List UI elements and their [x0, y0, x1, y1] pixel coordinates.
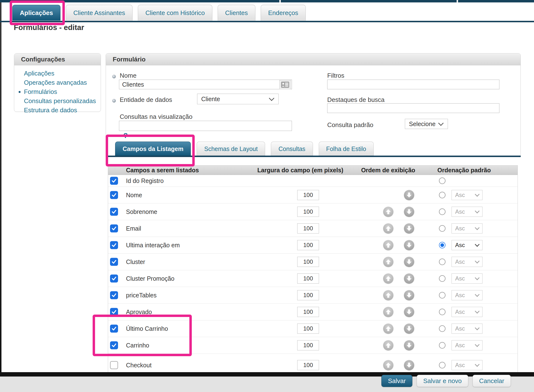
tab-cliente-assinantes[interactable]: Cliente Assinantes [66, 5, 133, 21]
salvar-e-novo-button[interactable]: Salvar e novo [417, 375, 468, 387]
row-checkbox[interactable] [110, 208, 118, 216]
tab-folha-de-estilo[interactable]: Folha de Estilo [319, 142, 374, 156]
tab-clientes[interactable]: Clientes [218, 5, 255, 21]
move-down-button[interactable] [404, 240, 414, 250]
width-input[interactable] [297, 324, 319, 334]
width-input[interactable] [297, 207, 319, 217]
sort-direction-select[interactable]: Asc [452, 307, 482, 317]
sort-direction-select[interactable]: Asc [452, 240, 482, 250]
move-up-button[interactable] [383, 307, 393, 317]
sidebar-item-formularios[interactable]: Formulários [24, 87, 101, 96]
default-sort-radio[interactable] [439, 275, 445, 282]
move-up-button[interactable] [383, 360, 393, 370]
table-row: AprovadoAsc [108, 303, 518, 320]
filtros-input[interactable] [327, 80, 499, 89]
tab-schemas-de-layout[interactable]: Schemas de Layout [197, 142, 265, 156]
default-sort-radio[interactable] [439, 309, 445, 315]
form-sub-tab-bar: Campos da Listagem Schemas de Layout Con… [115, 142, 374, 156]
row-checkbox[interactable] [110, 308, 118, 316]
default-sort-radio[interactable] [439, 362, 445, 369]
tab-campos-da-listagem[interactable]: Campos da Listagem [115, 142, 191, 156]
consulta-padrao-select[interactable]: Selecione [405, 119, 448, 129]
default-sort-radio[interactable] [439, 178, 445, 184]
sort-direction-select[interactable]: Asc [452, 290, 482, 300]
move-up-button[interactable] [383, 240, 393, 250]
salvar-button[interactable]: Salvar [381, 375, 412, 387]
row-checkbox[interactable] [110, 361, 118, 369]
sort-direction-select[interactable]: Asc [452, 324, 482, 334]
move-down-button[interactable] [404, 340, 414, 351]
row-checkbox[interactable] [110, 291, 118, 299]
default-sort-radio[interactable] [439, 225, 445, 232]
default-sort-radio[interactable] [439, 342, 445, 349]
tab-aplicacoes[interactable]: Aplicações [12, 5, 60, 21]
width-input[interactable] [297, 360, 319, 370]
row-checkbox[interactable] [110, 275, 118, 283]
width-input[interactable] [297, 190, 319, 200]
consultas-na-visualizacao-input[interactable] [119, 121, 292, 131]
cancelar-button[interactable]: Cancelar [473, 375, 511, 387]
sidebar-item-consultas-personalizadas[interactable]: Consultas personalizadas [24, 96, 101, 106]
move-down-button[interactable] [404, 290, 414, 301]
tab-cliente-com-historico[interactable]: Cliente com Histórico [138, 5, 212, 21]
row-checkbox[interactable] [110, 225, 118, 233]
entidade-de-dados-select[interactable]: Cliente [197, 94, 279, 104]
width-input[interactable] [297, 240, 319, 250]
default-sort-radio[interactable] [439, 292, 445, 299]
nome-input[interactable] [119, 80, 292, 89]
row-checkbox[interactable] [110, 325, 118, 333]
move-down-button[interactable] [404, 257, 414, 267]
move-up-button[interactable] [383, 223, 393, 234]
move-up-button[interactable] [383, 257, 393, 267]
sort-direction-select[interactable]: Asc [452, 207, 482, 217]
width-input[interactable] [297, 290, 319, 300]
move-down-button[interactable] [404, 324, 414, 334]
width-input[interactable] [297, 257, 319, 267]
checkmark-icon [111, 276, 117, 282]
default-sort-radio[interactable] [439, 259, 445, 265]
row-checkbox[interactable] [110, 341, 118, 349]
move-up-button[interactable] [383, 207, 393, 217]
sort-direction-select[interactable]: Asc [452, 340, 482, 350]
move-down-button[interactable] [404, 190, 414, 200]
row-checkbox[interactable] [110, 191, 118, 199]
move-down-button[interactable] [404, 307, 414, 317]
width-input[interactable] [297, 340, 319, 350]
tab-consultas[interactable]: Consultas [271, 142, 313, 156]
sub-tab-divider-line [106, 156, 521, 157]
default-sort-radio[interactable] [439, 209, 445, 215]
width-input[interactable] [297, 307, 319, 317]
sidebar-item-estrutura-de-dados[interactable]: Estrutura de dados [24, 106, 101, 115]
row-checkbox[interactable] [110, 258, 118, 266]
move-down-button[interactable] [404, 360, 414, 370]
default-sort-radio[interactable] [439, 242, 445, 249]
checkmark-icon [111, 242, 117, 248]
move-up-button[interactable] [383, 290, 393, 301]
tab-enderecos[interactable]: Endereços [261, 5, 306, 21]
row-checkbox[interactable] [110, 177, 118, 185]
destaques-de-busca-input[interactable] [327, 103, 499, 113]
sidebar-item-label: Formulários [24, 88, 57, 95]
move-up-button[interactable] [383, 273, 393, 284]
default-sort-radio[interactable] [439, 325, 445, 332]
move-up-button[interactable] [383, 324, 393, 334]
question-mark-icon[interactable]: ? [123, 131, 128, 140]
move-down-button[interactable] [404, 207, 414, 217]
row-checkbox[interactable] [110, 241, 118, 249]
default-sort-radio[interactable] [439, 192, 445, 198]
width-input[interactable] [297, 223, 319, 234]
sidebar-item-operacoes-avancadas[interactable]: Operações avançadas [24, 78, 101, 87]
sort-direction-select[interactable]: Asc [452, 360, 482, 370]
sidebar-item-aplicacoes[interactable]: Aplicações [24, 69, 101, 78]
move-down-button[interactable] [404, 273, 414, 284]
sort-direction-select[interactable]: Asc [452, 223, 482, 234]
move-down-button[interactable] [404, 223, 414, 234]
sort-direction-select[interactable]: Asc [452, 273, 482, 284]
table-row: EmailAsc [108, 220, 518, 237]
tab-divider-line [0, 21, 534, 22]
contact-card-icon[interactable] [279, 80, 291, 89]
sort-direction-select[interactable]: Asc [452, 190, 482, 200]
width-input[interactable] [297, 273, 319, 284]
sort-direction-select[interactable]: Asc [452, 257, 482, 267]
move-up-button[interactable] [383, 340, 393, 351]
